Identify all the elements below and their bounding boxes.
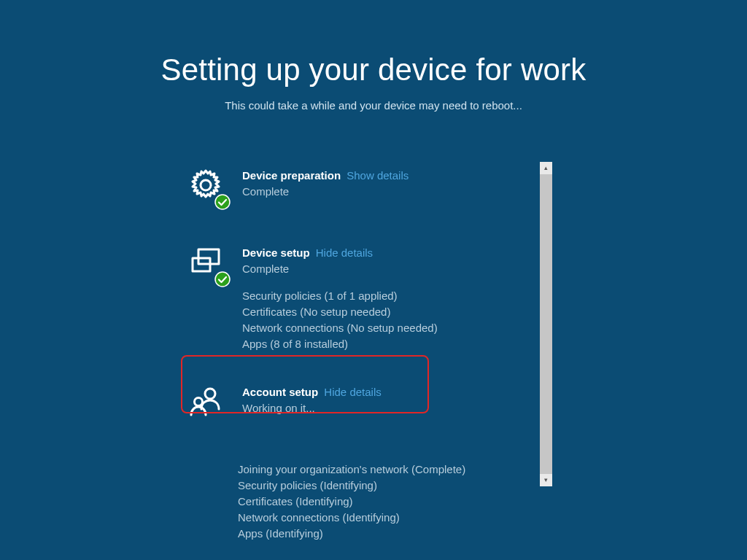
stage-device-setup: Device setup Hide details Complete Secur… xyxy=(184,239,551,358)
svg-point-0 xyxy=(201,180,211,190)
detail-security-policies: Security policies (Identifying) xyxy=(238,478,551,494)
people-icon xyxy=(188,384,229,425)
svg-point-1 xyxy=(215,195,230,209)
detail-network-connections: Network connections (Identifying) xyxy=(238,510,551,526)
detail-security-policies: Security policies (1 of 1 applied) xyxy=(242,288,544,304)
detail-apps: Apps (8 of 8 installed) xyxy=(242,336,544,352)
page-title: Setting up your device for work xyxy=(0,52,747,88)
stage-account-setup: Account setup Hide details Working on it… xyxy=(184,373,551,437)
stage-status: Complete xyxy=(242,262,544,275)
chevron-up-icon: ▴ xyxy=(544,165,548,171)
scrollbar-up-button[interactable]: ▴ xyxy=(540,162,552,174)
stage-device-preparation: Device preparation Show details Complete xyxy=(184,162,551,214)
svg-point-6 xyxy=(195,398,203,406)
checkmark-icon xyxy=(214,271,231,287)
scrollbar[interactable]: ▴ ▾ xyxy=(540,162,552,486)
hide-details-link[interactable]: Hide details xyxy=(316,246,373,259)
stage-status: Complete xyxy=(242,185,544,198)
detail-network-connections: Network connections (No setup needed) xyxy=(242,320,544,336)
svg-point-4 xyxy=(215,272,230,287)
checkmark-icon xyxy=(214,194,231,210)
page-subtitle: This could take a while and your device … xyxy=(0,99,747,112)
enrollment-status-list: Device preparation Show details Complete xyxy=(184,162,551,486)
detail-certificates: Certificates (No setup needed) xyxy=(242,304,544,320)
gear-icon xyxy=(188,168,229,209)
hide-details-link[interactable]: Hide details xyxy=(324,386,381,398)
stage-title: Device setup xyxy=(242,246,310,259)
stage-title: Device preparation xyxy=(242,169,341,182)
stage-status: Working on it... xyxy=(242,402,544,414)
show-details-link[interactable]: Show details xyxy=(347,169,409,182)
svg-point-5 xyxy=(205,389,215,399)
devices-icon xyxy=(188,245,229,286)
stage-account-setup-details: Joining your organization's network (Com… xyxy=(238,462,551,542)
stage-details: Security policies (1 of 1 applied) Certi… xyxy=(242,288,544,352)
detail-apps: Apps (Identifying) xyxy=(238,526,551,542)
svg-rect-2 xyxy=(198,249,219,264)
detail-joining-network: Joining your organization's network (Com… xyxy=(238,462,551,478)
stage-title: Account setup xyxy=(242,386,318,398)
detail-certificates: Certificates (Identifying) xyxy=(238,494,551,510)
chevron-down-icon: ▾ xyxy=(544,477,548,483)
scrollbar-down-button[interactable]: ▾ xyxy=(540,474,552,486)
